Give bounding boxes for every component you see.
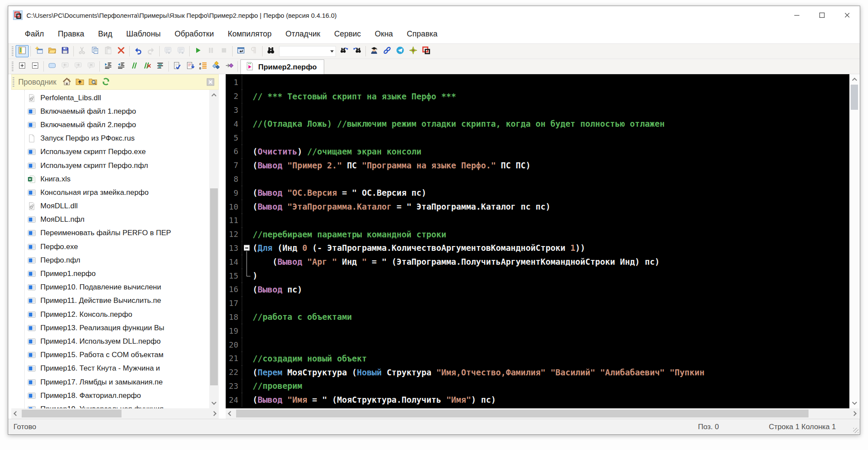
scroll-right-icon[interactable] — [849, 408, 859, 419]
menu-item-handlers[interactable]: Обработки — [168, 27, 220, 41]
expand-all-button[interactable] — [16, 60, 29, 72]
scroll-left-icon[interactable] — [226, 408, 235, 419]
menu-item-debugger[interactable]: Отладчик — [279, 27, 327, 41]
explorer-grip[interactable] — [13, 77, 14, 87]
menu-item-templates[interactable]: Шаблоны — [119, 27, 168, 41]
code-editor[interactable]: 12// *** Тестовый скрипт на языке Перфо … — [226, 74, 849, 408]
code-line[interactable]: 13(Для (Инд 0 (- ЭтаПрограмма.Количество… — [226, 241, 849, 255]
code-line[interactable]: 22(Перем МояСтруктура (Новый Структура "… — [226, 365, 849, 379]
scroll-up-icon[interactable] — [850, 74, 859, 84]
file-item[interactable]: Включаемый файл 2.перфо — [11, 118, 209, 131]
code-line[interactable]: 6(Очистить) //очищаем экран консоли — [226, 145, 849, 158]
copy-button[interactable] — [89, 45, 102, 57]
file-item[interactable]: Пример18. Факториал.перфо — [11, 389, 209, 402]
format-code-button[interactable] — [154, 60, 167, 72]
perfo-logo-button[interactable] — [420, 45, 433, 57]
menu-item-file[interactable]: Файл — [18, 27, 51, 41]
file-item[interactable]: Пример16. Тест Кнута - Мужчина и — [11, 362, 209, 375]
file-item[interactable]: Пример1.перфо — [11, 267, 209, 280]
code-line[interactable]: 11 — [226, 214, 849, 227]
menu-item-view[interactable]: Вид — [91, 27, 119, 41]
code-line[interactable]: 17 — [226, 296, 849, 310]
code-line[interactable]: 9(Вывод "ОС.Версия = " ОС.Версия пс) — [226, 186, 849, 200]
code-line[interactable]: 20 — [226, 338, 849, 351]
search-combobox[interactable] — [279, 46, 336, 57]
scroll-left-icon[interactable] — [11, 408, 21, 419]
link-button[interactable] — [381, 45, 394, 57]
explorer-vertical-scrollbar[interactable] — [209, 90, 219, 408]
telegram-button[interactable] — [394, 45, 407, 57]
file-item[interactable]: Пример11. Действие Вычислить.пе — [11, 294, 209, 308]
code-line[interactable]: 7(Вывод "Пример 2." ПС "Программа на язы… — [226, 158, 849, 172]
scroll-down-icon[interactable] — [209, 399, 219, 408]
toggle-explorer-button[interactable] — [16, 45, 29, 57]
code-line[interactable]: 21//создадим новый объект — [226, 351, 849, 365]
code-line[interactable]: 5 — [226, 131, 849, 145]
save-file-button[interactable] — [59, 45, 72, 57]
file-item[interactable]: Книга.xls — [11, 172, 209, 186]
code-line[interactable]: 19 — [226, 324, 849, 338]
file-item[interactable]: Консольная игра змейка.перфо — [11, 186, 209, 199]
minimize-button[interactable] — [784, 6, 809, 24]
file-item[interactable]: Включаемый файл 1.перфо — [11, 105, 209, 118]
file-item[interactable]: Пример12. Консоль.перфо — [11, 308, 209, 321]
search-button[interactable] — [264, 45, 277, 57]
run-button[interactable] — [191, 45, 204, 57]
code-line[interactable]: 1 — [226, 76, 849, 89]
menu-item-edit[interactable]: Правка — [51, 27, 91, 41]
scroll-up-icon[interactable] — [209, 90, 219, 99]
explorer-horizontal-scrollbar[interactable] — [11, 408, 219, 419]
region-button[interactable] — [46, 60, 59, 72]
find-prev-button[interactable] — [351, 45, 364, 57]
line-numbers-button[interactable]: #0 — [197, 60, 210, 72]
file-item[interactable]: Perfolenta_Libs.dll — [11, 91, 209, 105]
code-line[interactable]: 3 — [226, 103, 849, 117]
code-line[interactable]: 4//(Отладка Ложь) //выключим режим отлад… — [226, 117, 849, 131]
file-item[interactable]: Пример19. Универсальная функция — [11, 402, 209, 408]
code-line[interactable]: 8 — [226, 172, 849, 186]
objects-button[interactable] — [210, 60, 223, 72]
collapse-all-button[interactable] — [29, 60, 42, 72]
menu-item-service[interactable]: Сервис — [327, 27, 368, 41]
file-item[interactable]: Используем скрипт Перфо.exe — [11, 145, 209, 159]
toolbar-grip[interactable] — [12, 46, 13, 56]
explorer-home-icon[interactable] — [62, 77, 72, 87]
file-item[interactable]: Пример10. Подавление вычислени — [11, 281, 209, 294]
file-item[interactable]: Пример14. Используем DLL.перфо — [11, 335, 209, 348]
console-button[interactable] — [234, 45, 247, 57]
file-item[interactable]: МояDLL.пфл — [11, 213, 209, 227]
file-item[interactable]: Переименовать файлы PERFO в ПЕР — [11, 227, 209, 240]
new-file-button[interactable] — [33, 45, 46, 57]
toolbar-grip[interactable] — [12, 62, 13, 71]
code-line[interactable]: 15) — [226, 269, 849, 282]
file-item[interactable]: Пример17. Лямбды и замыкания.пе — [11, 375, 209, 389]
uncomment-lines-button[interactable] — [141, 60, 154, 72]
syntax-check-button[interactable] — [171, 60, 184, 72]
code-line[interactable]: 12//перебираем параметры командной строк… — [226, 227, 849, 241]
editor-horizontal-scrollbar[interactable] — [226, 408, 859, 419]
file-item[interactable]: Используем скрипт Перфо.пфл — [11, 159, 209, 172]
explorer-close-icon[interactable] — [206, 78, 215, 86]
file-item[interactable]: Пример15. Работа с COM объектам — [11, 348, 209, 362]
search-input[interactable] — [279, 46, 328, 56]
goto-object-button[interactable] — [223, 60, 236, 72]
explorer-folder-search-icon[interactable] — [88, 77, 99, 87]
code-line[interactable]: 14 (Вывод "Арг " Инд " = " (ЭтаПрограмма… — [226, 255, 849, 269]
comment-lines-button[interactable] — [128, 60, 141, 72]
code-line[interactable]: 10(Вывод "ЭтаПрограмма.Каталог = " ЭтаПр… — [226, 200, 849, 214]
open-file-button[interactable] — [46, 45, 59, 57]
delete-button[interactable] — [115, 45, 128, 57]
find-next-button[interactable] — [338, 45, 351, 57]
scroll-right-icon[interactable] — [209, 408, 219, 419]
file-item[interactable]: Пример13. Реализация функции Вы — [11, 321, 209, 335]
explorer-folder-up-icon[interactable] — [75, 77, 85, 87]
editor-vertical-scrollbar[interactable] — [849, 74, 859, 408]
editor-hscroll-thumb[interactable] — [236, 410, 809, 417]
indent-button[interactable] — [102, 60, 115, 72]
file-item[interactable]: МояDLL.dll — [11, 200, 209, 213]
resize-grip[interactable] — [853, 428, 858, 433]
maximize-button[interactable] — [809, 6, 835, 24]
search-dropdown-icon[interactable] — [328, 46, 335, 56]
package-button[interactable] — [407, 45, 420, 57]
explorer-vscroll-thumb[interactable] — [210, 188, 218, 385]
